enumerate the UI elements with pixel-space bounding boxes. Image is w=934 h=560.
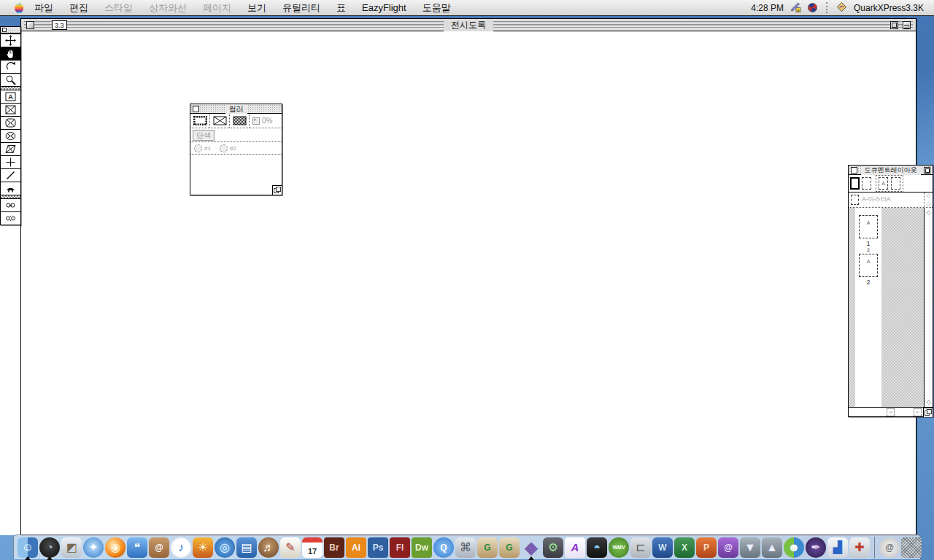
dock-adobe-dreamweaver-icon[interactable]: Dw bbox=[412, 537, 432, 558]
item-tool[interactable] bbox=[1, 34, 20, 47]
dock-dropstuff-icon[interactable]: ▼ bbox=[740, 537, 760, 558]
polygon-picture-box-tool[interactable] bbox=[1, 142, 20, 155]
menu-table[interactable]: 표 bbox=[336, 1, 346, 15]
dock-adobe-illustrator-icon[interactable]: Ai bbox=[346, 537, 366, 558]
dock-a3-app-icon[interactable]: A bbox=[565, 537, 585, 558]
apple-logo[interactable] bbox=[13, 1, 24, 14]
layout-palette-zoom-box[interactable] bbox=[924, 167, 930, 174]
dock-chart-app-icon[interactable]: ▟ bbox=[827, 537, 848, 558]
layout-palette-close-box[interactable] bbox=[851, 167, 857, 174]
window-close-box[interactable] bbox=[26, 21, 34, 29]
color-swatch-1[interactable]: #1 bbox=[194, 144, 211, 152]
dock-adobe-bridge-icon[interactable]: Br bbox=[324, 537, 344, 558]
contents-icon[interactable] bbox=[210, 114, 230, 128]
menu-edit[interactable]: 편집 bbox=[69, 1, 88, 15]
colors-palette-resize-handle[interactable] bbox=[272, 185, 282, 195]
master-page-blank-icon[interactable] bbox=[891, 177, 900, 190]
pencil-input-icon[interactable]: a bbox=[790, 1, 801, 15]
menu-utilities[interactable]: 유틸리티 bbox=[282, 1, 320, 15]
frame-icon[interactable] bbox=[190, 114, 210, 128]
dock-trash-icon[interactable] bbox=[901, 537, 922, 558]
shade-icon[interactable] bbox=[230, 114, 250, 128]
dock-toolbox-icon[interactable]: ✚ bbox=[849, 537, 870, 558]
dock-media-converter-icon[interactable]: ⚙ bbox=[543, 537, 563, 558]
dock-ms-excel-icon[interactable]: X bbox=[674, 537, 695, 558]
text-box-tool[interactable]: A bbox=[1, 90, 20, 103]
dock-quicktime-icon[interactable]: Q bbox=[433, 537, 454, 558]
dock-ichat-icon[interactable]: ❝ bbox=[127, 537, 147, 558]
dock-idvd-icon[interactable]: ◎ bbox=[215, 537, 235, 558]
rounded-rectangle-picture-box-tool[interactable] bbox=[1, 116, 20, 129]
layout-palette-titlebar[interactable]: 도큐멘트레이아웃 bbox=[849, 166, 933, 175]
dock-preview-icon[interactable]: ◩ bbox=[61, 537, 82, 558]
dock-textedit-icon[interactable]: ✎ bbox=[280, 537, 301, 558]
master-page-a-icon[interactable]: A bbox=[879, 177, 888, 190]
layout-page-1[interactable]: A bbox=[859, 215, 878, 238]
table-tool[interactable] bbox=[1, 182, 20, 195]
master-list-scrollbar[interactable]: ◇◇ bbox=[924, 192, 933, 207]
active-app-name[interactable]: QuarkXPress3.3K bbox=[854, 3, 924, 13]
dock-toast-icon[interactable]: ◓ bbox=[587, 537, 607, 558]
layout-horizontal-scrollbar[interactable]: ◃ ▹ bbox=[849, 407, 933, 416]
dock-iphoto-icon[interactable]: ☀ bbox=[193, 537, 213, 558]
dock-ms-word-icon[interactable]: W bbox=[652, 537, 673, 558]
dock-g-app-2-icon[interactable]: G bbox=[499, 537, 520, 558]
menubar-clock[interactable]: 4:28 PM bbox=[751, 3, 784, 13]
color-swirl-icon[interactable] bbox=[808, 3, 817, 12]
window-titlebar[interactable]: 3.3 전시도록 bbox=[21, 19, 916, 31]
dock-imovie-icon[interactable]: ▤ bbox=[236, 537, 257, 558]
blank-facing-page-icon[interactable] bbox=[862, 177, 871, 190]
dock-inkwell-app-icon[interactable]: ✒ bbox=[806, 537, 826, 558]
window-zoom-box[interactable] bbox=[890, 21, 898, 29]
menu-file[interactable]: 파일 bbox=[34, 1, 53, 15]
rotation-tool[interactable] bbox=[1, 60, 20, 73]
dock-itunes-icon[interactable]: ♪ bbox=[171, 537, 191, 558]
dock-garageband-icon[interactable]: ♬ bbox=[258, 537, 279, 558]
unlinking-tool[interactable] bbox=[1, 211, 20, 225]
menu-help[interactable]: 도움말 bbox=[422, 1, 451, 15]
document-canvas[interactable] bbox=[21, 31, 916, 534]
dock-msn-messenger-icon[interactable]: ☻ bbox=[784, 537, 804, 558]
shade-popup-icon[interactable] bbox=[252, 117, 260, 125]
color-swatch-2[interactable]: #2 bbox=[220, 144, 236, 152]
content-tool[interactable] bbox=[1, 47, 20, 60]
quarkxpress-app-icon[interactable] bbox=[836, 1, 847, 15]
dock-adobe-flash-icon[interactable]: Fl bbox=[390, 537, 410, 558]
dock-mail-stamp-icon[interactable]: @ bbox=[879, 537, 900, 558]
blank-page-icon[interactable] bbox=[850, 177, 860, 190]
dock-address-book-icon[interactable]: @ bbox=[149, 537, 169, 558]
solid-color-button[interactable]: 단색 bbox=[193, 130, 215, 141]
dock-firefox-icon[interactable]: ◉ bbox=[105, 537, 126, 558]
linking-tool[interactable] bbox=[1, 198, 20, 211]
window-collapse-box[interactable] bbox=[903, 21, 911, 29]
scroll-right-arrow[interactable]: ▹ bbox=[914, 408, 922, 416]
colors-palette-close-box[interactable] bbox=[193, 106, 199, 112]
dock-ms-entourage-icon[interactable]: @ bbox=[718, 537, 738, 558]
dock-stuffit-expander-icon[interactable]: ▲ bbox=[762, 537, 782, 558]
orthogonal-line-tool[interactable] bbox=[1, 155, 20, 168]
colors-palette-titlebar[interactable]: 컬러 bbox=[190, 104, 282, 114]
dock-g-app-1-icon[interactable]: G bbox=[477, 537, 498, 558]
master-page-list-item[interactable]: A-마스터A ◇◇ bbox=[849, 192, 933, 208]
menu-view[interactable]: 보기 bbox=[247, 1, 266, 15]
rectangle-picture-box-tool[interactable] bbox=[1, 103, 20, 116]
dock-ical-icon[interactable]: 17 bbox=[302, 537, 323, 558]
dock-finder-icon[interactable]: ☺ bbox=[18, 537, 38, 558]
dock-ms-powerpoint-icon[interactable]: P bbox=[696, 537, 717, 558]
dock-flip4mac-wmv-icon[interactable]: WMV bbox=[609, 537, 629, 558]
oval-picture-box-tool[interactable] bbox=[1, 129, 20, 142]
scroll-left-arrow[interactable]: ◃ bbox=[887, 408, 895, 416]
diagonal-line-tool[interactable] bbox=[1, 168, 20, 182]
zoom-tool[interactable] bbox=[1, 73, 20, 86]
dock-stuffit-icon[interactable]: ⊏ bbox=[630, 537, 651, 558]
dock-adobe-photoshop-icon[interactable]: Ps bbox=[368, 537, 388, 558]
layout-page-2[interactable]: A bbox=[859, 254, 878, 277]
dock-dashboard-icon[interactable]: ◔ bbox=[39, 537, 60, 558]
dock-safari-icon[interactable]: ✦ bbox=[83, 537, 104, 558]
dock-quarkxpress-icon[interactable]: ◆ bbox=[521, 537, 541, 558]
dock-front-row-icon[interactable]: ⌘ bbox=[455, 537, 476, 558]
tool-palette-close-box[interactable] bbox=[2, 28, 7, 32]
menu-eazyflight[interactable]: EazyFlight bbox=[362, 2, 406, 13]
tool-palette-titlebar[interactable] bbox=[1, 27, 20, 34]
layout-palette-resize-handle[interactable] bbox=[923, 408, 933, 417]
